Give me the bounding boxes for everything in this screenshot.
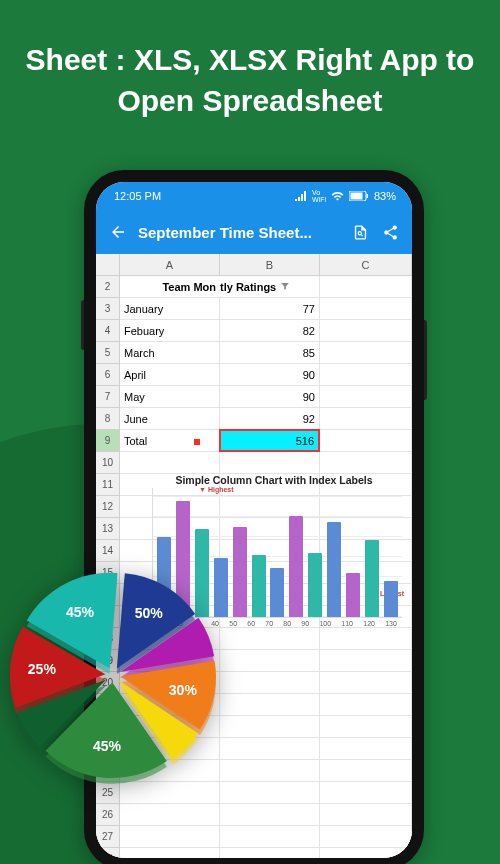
table-row: 5 March 85 [96, 342, 412, 364]
value-cell[interactable]: 77 [220, 298, 320, 320]
bar [252, 555, 266, 617]
cell[interactable] [320, 694, 412, 716]
cell[interactable] [320, 408, 412, 430]
cell[interactable] [320, 628, 412, 650]
month-cell[interactable]: April [120, 364, 220, 386]
svg-rect-2 [366, 194, 368, 198]
x-tick: 100 [319, 620, 331, 627]
cell[interactable] [220, 694, 320, 716]
row-header[interactable]: 2 [96, 276, 120, 298]
row-header[interactable]: 14 [96, 540, 120, 562]
x-tick: 90 [301, 620, 309, 627]
col-header-c[interactable]: C [320, 254, 412, 276]
table-row: 6 April 90 [96, 364, 412, 386]
cell[interactable] [220, 738, 320, 760]
row-header[interactable]: 7 [96, 386, 120, 408]
row-header[interactable]: 4 [96, 320, 120, 342]
cell[interactable] [320, 848, 412, 858]
row-header[interactable]: 27 [96, 826, 120, 848]
cell[interactable] [320, 342, 412, 364]
row-header[interactable]: 13 [96, 518, 120, 540]
cell[interactable] [220, 716, 320, 738]
row-header[interactable]: 11 [96, 474, 120, 496]
cell[interactable] [220, 650, 320, 672]
cell[interactable] [320, 298, 412, 320]
row-header[interactable]: 5 [96, 342, 120, 364]
total-label-cell[interactable]: Total [120, 430, 220, 452]
row-header[interactable]: 12 [96, 496, 120, 518]
cell[interactable] [220, 848, 320, 858]
cell[interactable] [320, 430, 412, 452]
row-header[interactable]: 28 [96, 848, 120, 858]
value-cell[interactable]: 90 [220, 364, 320, 386]
table-row: 27 [96, 826, 412, 848]
row-header[interactable]: 8 [96, 408, 120, 430]
month-cell[interactable]: May [120, 386, 220, 408]
cell[interactable] [320, 320, 412, 342]
row-header[interactable]: 10 [96, 452, 120, 474]
cell[interactable] [320, 386, 412, 408]
col-header-b[interactable]: B [220, 254, 320, 276]
chart-title: Simple Column Chart with Index Labels [142, 474, 406, 486]
total-value-cell[interactable]: 516 [219, 429, 320, 452]
promo-title: Sheet : XLS, XLSX Right App to Open Spre… [0, 40, 500, 121]
table-title-cell-a[interactable]: Team Mon [120, 276, 220, 298]
table-row: 7 May 90 [96, 386, 412, 408]
cell[interactable] [320, 276, 412, 298]
month-cell[interactable]: March [120, 342, 220, 364]
col-header-a[interactable]: A [120, 254, 220, 276]
cell[interactable] [320, 826, 412, 848]
cell[interactable] [320, 672, 412, 694]
cell[interactable] [320, 804, 412, 826]
row-header[interactable]: 6 [96, 364, 120, 386]
row-header[interactable]: 26 [96, 804, 120, 826]
cell[interactable] [120, 826, 220, 848]
x-tick: 120 [363, 620, 375, 627]
cell[interactable] [220, 804, 320, 826]
cell[interactable] [120, 804, 220, 826]
bar [327, 522, 341, 617]
cell[interactable] [220, 628, 320, 650]
value-cell[interactable]: 90 [220, 386, 320, 408]
cell[interactable] [220, 826, 320, 848]
month-cell[interactable]: June [120, 408, 220, 430]
row-header[interactable]: 9 [96, 430, 120, 452]
cell[interactable] [120, 782, 220, 804]
arrow-left-icon [109, 223, 127, 241]
status-right: VoWiFi 83% [295, 189, 396, 203]
back-button[interactable] [108, 222, 128, 242]
wifi-icon [331, 191, 344, 201]
selection-handle[interactable] [194, 439, 200, 445]
value-cell[interactable]: 85 [220, 342, 320, 364]
table-row: 3 January 77 [96, 298, 412, 320]
bar [346, 573, 360, 617]
table-title-cell-b[interactable]: tly Ratings [220, 276, 320, 298]
cell[interactable] [320, 716, 412, 738]
battery-icon [349, 191, 369, 201]
x-tick: 60 [247, 620, 255, 627]
cell[interactable] [220, 672, 320, 694]
cell[interactable] [320, 364, 412, 386]
cell[interactable] [120, 848, 220, 858]
svg-point-3 [358, 231, 361, 234]
cell[interactable] [320, 650, 412, 672]
cell[interactable] [320, 782, 412, 804]
row-header[interactable]: 3 [96, 298, 120, 320]
table-row: 28 [96, 848, 412, 858]
month-cell[interactable]: January [120, 298, 220, 320]
table-row: 25 [96, 782, 412, 804]
filter-icon[interactable] [280, 281, 290, 293]
page-search-icon [352, 224, 369, 241]
row-header[interactable]: 25 [96, 782, 120, 804]
cell[interactable] [220, 760, 320, 782]
search-button[interactable] [350, 222, 370, 242]
value-cell[interactable]: 82 [220, 320, 320, 342]
x-tick: 130 [385, 620, 397, 627]
share-button[interactable] [380, 222, 400, 242]
cell[interactable] [220, 782, 320, 804]
cell[interactable] [320, 760, 412, 782]
value-cell[interactable]: 92 [220, 408, 320, 430]
month-cell[interactable]: Febuary [120, 320, 220, 342]
bar [233, 527, 247, 617]
cell[interactable] [320, 738, 412, 760]
